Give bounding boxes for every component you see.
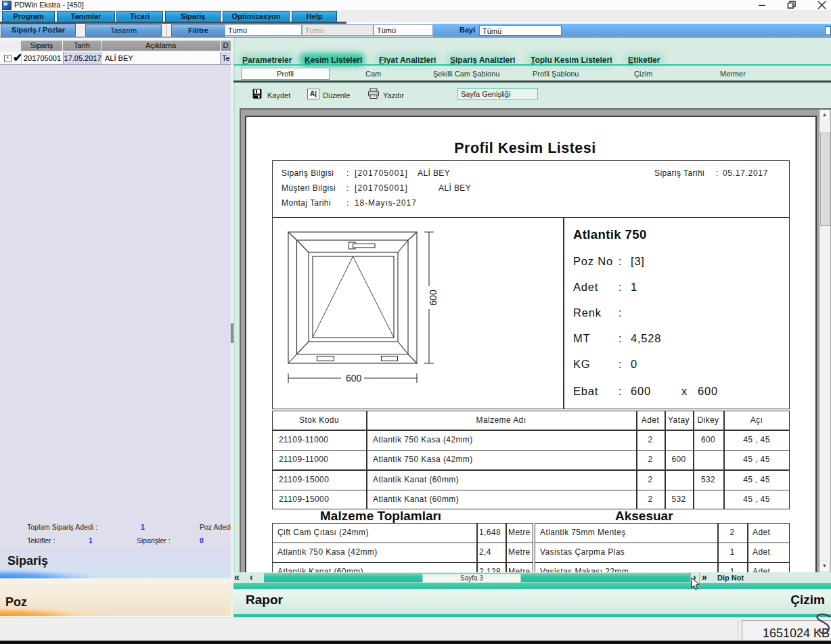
svg-text:600: 600 [346,373,362,384]
svg-text:600: 600 [428,290,439,306]
